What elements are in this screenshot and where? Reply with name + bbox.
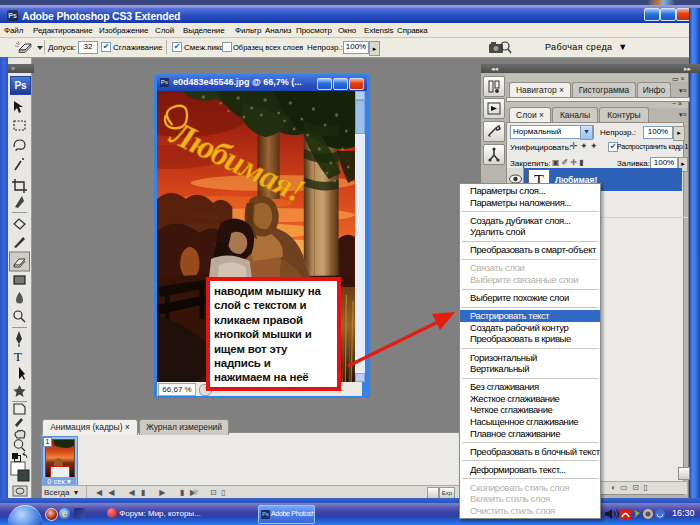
svg-text:T: T bbox=[14, 349, 22, 364]
